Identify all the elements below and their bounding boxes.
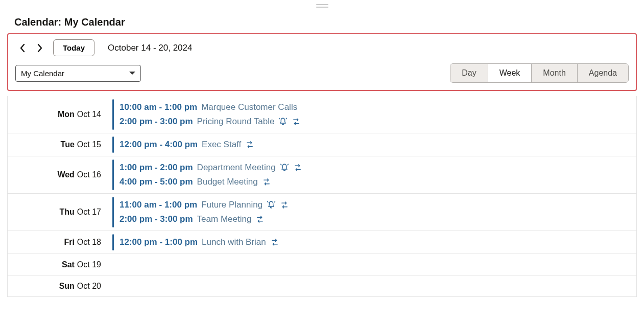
day-date: Oct 14 <box>77 110 101 119</box>
event-time: 11:00 am - 1:00 pm <box>120 200 197 210</box>
day-label[interactable]: MonOct 14 <box>8 96 107 133</box>
event-title: Pricing Round Table <box>197 117 275 127</box>
day-events: 12:00 pm - 4:00 pmExec Staff <box>107 133 636 156</box>
calendar-event[interactable]: 1:00 pm - 2:00 pmDepartment Meeting <box>120 160 636 175</box>
day-events <box>107 254 636 275</box>
event-title: Team Meeting <box>197 214 252 224</box>
toolbar-filter-row: My Calendar Day Week Month Agenda <box>15 63 629 83</box>
event-time: 2:00 pm - 3:00 pm <box>120 117 193 127</box>
day-date: Oct 20 <box>77 282 101 291</box>
day-row: SunOct 20 <box>8 275 636 296</box>
view-tab-day[interactable]: Day <box>450 64 488 82</box>
today-button[interactable]: Today <box>53 39 94 56</box>
calendar-toolbar: Today October 14 - 20, 2024 My Calendar … <box>7 33 637 91</box>
calendar-event[interactable]: 2:00 pm - 3:00 pmTeam Meeting <box>120 212 636 226</box>
event-title: Budget Meeting <box>197 177 258 187</box>
day-row: WedOct 161:00 pm - 2:00 pmDepartment Mee… <box>8 156 636 193</box>
event-title: Future Planning <box>201 200 263 210</box>
recurring-icon <box>245 140 254 149</box>
event-title: Department Meeting <box>197 163 276 173</box>
reminder-bell-icon <box>267 200 276 210</box>
day-row: ThuOct 1711:00 am - 1:00 pmFuture Planni… <box>8 193 636 231</box>
day-row: TueOct 1512:00 pm - 4:00 pmExec Staff <box>8 133 636 156</box>
day-date: Oct 17 <box>77 208 101 217</box>
event-title: Exec Staff <box>202 140 241 150</box>
recurring-icon <box>255 215 265 224</box>
day-of-week: Tue <box>61 140 75 149</box>
event-time: 12:00 pm - 1:00 pm <box>120 237 198 247</box>
chevron-down-icon <box>129 72 135 75</box>
day-date: Oct 15 <box>77 140 101 149</box>
event-time: 1:00 pm - 2:00 pm <box>120 163 193 173</box>
calendar-select-label: My Calendar <box>21 69 64 78</box>
event-time: 4:00 pm - 5:00 pm <box>120 177 193 187</box>
day-events: 1:00 pm - 2:00 pmDepartment Meeting4:00 … <box>107 156 636 193</box>
day-row: MonOct 1410:00 am - 1:00 pmMarquee Custo… <box>8 96 636 133</box>
day-of-week: Sat <box>62 260 75 269</box>
day-events <box>107 275 636 296</box>
event-time: 10:00 am - 1:00 pm <box>120 102 197 112</box>
recurring-icon <box>280 200 289 210</box>
toolbar-nav-row: Today October 14 - 20, 2024 <box>15 39 629 56</box>
reminder-bell-icon <box>278 117 288 126</box>
day-row: SatOct 19 <box>8 254 636 275</box>
recurring-icon <box>262 177 271 187</box>
day-of-week: Thu <box>60 208 75 217</box>
week-list: MonOct 1410:00 am - 1:00 pmMarquee Custo… <box>7 96 637 297</box>
calendar-event[interactable]: 4:00 pm - 5:00 pmBudget Meeting <box>120 175 636 189</box>
day-events: 12:00 pm - 1:00 pmLunch with Brian <box>107 231 636 254</box>
calendar-event[interactable]: 12:00 pm - 1:00 pmLunch with Brian <box>120 235 636 249</box>
calendar-event[interactable]: 2:00 pm - 3:00 pmPricing Round Table <box>120 114 636 129</box>
day-label[interactable]: WedOct 16 <box>8 156 107 193</box>
view-tab-week[interactable]: Week <box>488 64 532 82</box>
event-time: 12:00 pm - 4:00 pm <box>120 140 198 150</box>
day-label[interactable]: FriOct 18 <box>8 231 107 254</box>
reminder-bell-icon <box>280 163 289 172</box>
page-title: Calendar: My Calendar <box>0 10 644 33</box>
day-events: 11:00 am - 1:00 pmFuture Planning2:00 pm… <box>107 194 636 231</box>
date-range-label: October 14 - 20, 2024 <box>108 43 192 53</box>
day-row: FriOct 1812:00 pm - 1:00 pmLunch with Br… <box>8 231 636 254</box>
calendar-event[interactable]: 12:00 pm - 4:00 pmExec Staff <box>120 137 636 152</box>
day-date: Oct 16 <box>77 170 101 179</box>
calendar-event[interactable]: 11:00 am - 1:00 pmFuture Planning <box>120 198 636 212</box>
event-title: Lunch with Brian <box>202 237 266 247</box>
prev-week-button[interactable] <box>15 41 30 55</box>
day-date: Oct 18 <box>77 238 101 247</box>
day-of-week: Sun <box>59 282 75 291</box>
day-of-week: Mon <box>58 110 75 119</box>
view-tab-month[interactable]: Month <box>532 64 577 82</box>
calendar-event[interactable]: 10:00 am - 1:00 pmMarquee Customer Calls <box>120 100 636 114</box>
day-date: Oct 19 <box>77 260 101 269</box>
day-label[interactable]: ThuOct 17 <box>8 194 107 231</box>
day-label[interactable]: SatOct 19 <box>8 254 107 275</box>
view-tabs: Day Week Month Agenda <box>450 63 629 83</box>
day-of-week: Wed <box>57 170 74 179</box>
day-events: 10:00 am - 1:00 pmMarquee Customer Calls… <box>107 96 636 133</box>
day-label[interactable]: TueOct 15 <box>8 133 107 156</box>
next-week-button[interactable] <box>33 41 47 55</box>
event-time: 2:00 pm - 3:00 pm <box>120 214 193 224</box>
recurring-icon <box>270 238 279 247</box>
recurring-icon <box>293 163 302 172</box>
day-of-week: Fri <box>64 238 74 247</box>
calendar-select[interactable]: My Calendar <box>15 65 141 82</box>
drag-handle[interactable] <box>316 3 328 8</box>
event-title: Marquee Customer Calls <box>201 102 297 112</box>
view-tab-agenda[interactable]: Agenda <box>578 64 628 82</box>
day-label[interactable]: SunOct 20 <box>8 275 107 296</box>
recurring-icon <box>292 117 301 126</box>
